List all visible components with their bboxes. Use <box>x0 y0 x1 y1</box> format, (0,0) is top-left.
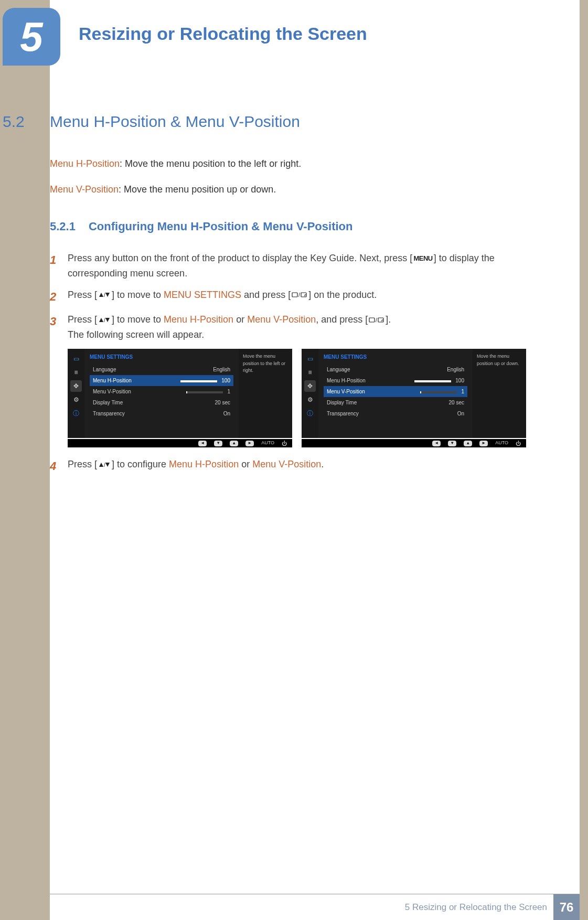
osd-row-v-position-highlighted: Menu V-Position 1 <box>324 386 467 397</box>
gear-icon: ⚙ <box>70 394 82 405</box>
step-fragment: ] to move to <box>112 314 164 325</box>
osd-row-transparency: Transparency On <box>90 408 233 419</box>
info-icon: ⓘ <box>70 408 82 419</box>
osd-panel-h-position: ▭ ≡ ✥ ⚙ ⓘ MENU SETTINGS Language English <box>68 349 292 447</box>
step-fragment: Press [ <box>68 290 97 300</box>
left-arrow-icon: ◄ <box>432 441 441 446</box>
svg-rect-9 <box>369 318 375 322</box>
svg-marker-6 <box>99 318 103 322</box>
osd-value: On <box>223 410 230 418</box>
power-icon: ⏻ <box>516 440 521 447</box>
svg-marker-7 <box>105 318 110 322</box>
osd-label: Language <box>327 366 350 373</box>
list-icon: ≡ <box>304 367 316 378</box>
step-text: Press [/] to move to Menu H-Position or … <box>68 312 553 343</box>
step-1: 1 Press any button on the front of the p… <box>50 251 553 281</box>
osd-value: English <box>213 366 230 373</box>
osd-screenshots: ▭ ≡ ✥ ⚙ ⓘ MENU SETTINGS Language English <box>68 349 553 447</box>
up-down-arrow-icon: / <box>98 457 111 473</box>
step-fragment: or <box>239 459 252 469</box>
svg-marker-13 <box>105 463 110 467</box>
osd-label: Display Time <box>93 399 123 406</box>
slider-icon <box>186 391 223 393</box>
osd-label: Transparency <box>327 410 359 418</box>
up-arrow-icon: ▲ <box>464 441 472 446</box>
step-fragment: Press [ <box>68 314 97 325</box>
section-title: Menu H-Position & Menu V-Position <box>50 113 300 131</box>
subsection-number: 5.2.1 <box>50 220 76 233</box>
svg-text:/: / <box>104 462 105 468</box>
slider-icon <box>414 380 451 382</box>
svg-text:/: / <box>376 317 377 323</box>
footer-chapter-ref: 5 Resizing or Relocating the Screen <box>405 902 547 913</box>
step-fragment: ] on the product. <box>308 290 377 300</box>
subsection-header: 5.2.1 Configuring Menu H-Position & Menu… <box>50 218 553 235</box>
section-number: 5.2 <box>3 113 18 131</box>
step-fragment: ] to configure <box>112 459 169 469</box>
chapter-number: 5 <box>20 16 42 57</box>
slider-icon <box>420 391 457 393</box>
page-footer: 5 Resizing or Relocating the Screen 76 <box>50 894 580 920</box>
osd-sidebar: ▭ ≡ ✥ ⚙ ⓘ <box>302 349 318 438</box>
osd-row-language: Language English <box>324 364 467 375</box>
osd-value: 1 <box>461 389 464 394</box>
term-v-desc: : Move the menu position up or down. <box>119 184 276 195</box>
down-arrow-icon: ▼ <box>214 441 222 446</box>
step-4: 4 Press [/] to configure Menu H-Position… <box>50 457 553 475</box>
source-enter-icon: / <box>292 287 307 303</box>
v-position-ref: Menu V-Position <box>252 459 321 469</box>
osd-hint-text: Move the menu position to the left or ri… <box>239 349 292 438</box>
chapter-number-tab: 5 <box>3 8 60 66</box>
osd-label: Menu H-Position <box>327 377 366 384</box>
step-2: 2 Press [/] to move to MENU SETTINGS and… <box>50 287 553 306</box>
svg-rect-3 <box>292 293 297 297</box>
svg-text:/: / <box>298 292 300 298</box>
right-arrow-icon: ► <box>245 441 254 446</box>
auto-label: AUTO <box>261 440 274 447</box>
subsection-title: Configuring Menu H-Position & Menu V-Pos… <box>89 220 353 233</box>
step-text: Press any button on the front of the pro… <box>68 251 553 281</box>
svg-marker-1 <box>105 293 110 297</box>
step-text: Press [/] to configure Menu H-Position o… <box>68 457 553 475</box>
step-fragment: Press [ <box>68 459 97 469</box>
step-fragment: ]. <box>386 314 391 325</box>
page-right-margin <box>580 0 588 920</box>
page-content: 5 Resizing or Relocating the Screen 5.2 … <box>50 8 580 912</box>
osd-label: Menu H-Position <box>93 377 132 384</box>
menu-settings-ref: MENU SETTINGS <box>164 290 241 300</box>
list-icon: ≡ <box>70 367 82 378</box>
svg-marker-0 <box>99 293 103 297</box>
osd-label: Language <box>93 366 116 373</box>
step-number: 4 <box>50 457 68 475</box>
chapter-title: Resizing or Relocating the Screen <box>79 24 367 44</box>
section-header: 5.2 Menu H-Position & Menu V-Position <box>50 113 553 131</box>
down-arrow-icon: ▼ <box>448 441 456 446</box>
step-follow-text: The following screen will appear. <box>68 329 204 340</box>
arrows-icon: ✥ <box>70 380 82 392</box>
osd-panel-v-position: ▭ ≡ ✥ ⚙ ⓘ MENU SETTINGS Language English <box>302 349 526 447</box>
right-arrow-icon: ► <box>479 441 488 446</box>
step-fragment: ] to move to <box>112 290 164 300</box>
osd-value: English <box>447 366 464 373</box>
up-arrow-icon: ▲ <box>230 441 238 446</box>
up-down-arrow-icon: / <box>98 313 111 328</box>
term-h-desc: : Move the menu position to the left or … <box>120 158 301 169</box>
step-number: 2 <box>50 287 68 306</box>
osd-heading: MENU SETTINGS <box>90 353 233 361</box>
osd-value-wrap: 100 <box>414 377 464 384</box>
arrows-icon: ✥ <box>304 380 316 392</box>
osd-row-display-time: Display Time 20 sec <box>324 397 467 408</box>
osd-value-wrap: 100 <box>180 377 230 384</box>
osd-main-panel: MENU SETTINGS Language English Menu H-Po… <box>84 349 239 438</box>
monitor-icon: ▭ <box>304 353 316 365</box>
osd-footer: ◄ ▼ ▲ ► AUTO ⏻ <box>302 438 526 447</box>
osd-row-transparency: Transparency On <box>324 408 467 419</box>
osd-row-language: Language English <box>90 364 233 375</box>
step-text: Press [/] to move to MENU SETTINGS and p… <box>68 287 553 306</box>
definition-v: Menu V-Position: Move the menu position … <box>50 183 553 197</box>
info-icon: ⓘ <box>304 408 316 419</box>
svg-text:/: / <box>104 292 105 298</box>
osd-footer: ◄ ▼ ▲ ► AUTO ⏻ <box>68 438 292 447</box>
osd-label: Transparency <box>93 410 125 418</box>
osd-sidebar: ▭ ≡ ✥ ⚙ ⓘ <box>68 349 84 438</box>
